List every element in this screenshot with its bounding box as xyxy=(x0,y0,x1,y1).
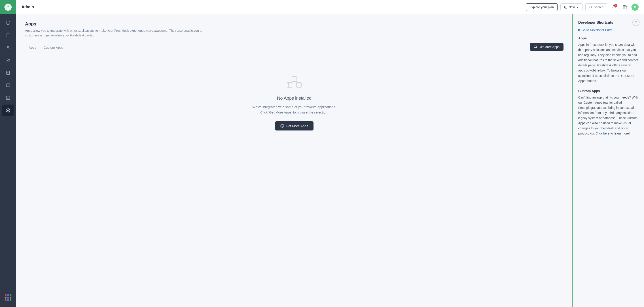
topbar: Admin Explore your plan New xyxy=(16,0,644,14)
store-center-icon xyxy=(280,124,284,128)
notifications-button[interactable]: 1 xyxy=(610,3,618,11)
custom-apps-info-section: Custom Apps Can't find an app that fits … xyxy=(578,89,639,136)
apps-info-title: Apps xyxy=(578,36,639,40)
svg-point-5 xyxy=(7,59,8,60)
get-more-apps-tab-button[interactable]: Get More Apps xyxy=(530,43,564,51)
svg-text:f: f xyxy=(8,5,9,9)
shortcuts-title: Developer Shortcuts xyxy=(578,20,639,24)
svg-point-10 xyxy=(590,6,592,8)
svg-rect-14 xyxy=(287,82,292,87)
svg-rect-15 xyxy=(296,82,302,87)
svg-rect-13 xyxy=(534,46,537,48)
sidebar-item-tickets[interactable] xyxy=(2,29,14,41)
notification-badge: 1 xyxy=(614,4,617,7)
get-more-apps-main-button[interactable]: Get More Apps xyxy=(275,121,314,130)
svg-rect-3 xyxy=(6,34,10,37)
sidebar-nav xyxy=(2,14,14,292)
svg-point-8 xyxy=(8,110,9,111)
store-icon xyxy=(534,45,537,48)
sidebar-item-settings[interactable] xyxy=(2,105,14,116)
sidebar-item-contacts[interactable] xyxy=(2,42,14,54)
bullet-icon xyxy=(578,29,580,31)
apps-grid-button[interactable] xyxy=(2,292,14,304)
chevron-down-icon xyxy=(576,6,579,8)
svg-rect-16 xyxy=(292,77,297,81)
help-button[interactable]: ? xyxy=(632,19,640,26)
sidebar-item-reports[interactable] xyxy=(2,92,14,104)
logo[interactable]: f xyxy=(0,0,16,14)
tab-apps[interactable]: Apps xyxy=(25,43,40,52)
sidebar: f xyxy=(0,0,16,307)
svg-point-6 xyxy=(8,59,10,60)
new-button[interactable]: New xyxy=(560,3,583,11)
apps-info-section: Apps Apps in Freshdesk let you share dat… xyxy=(578,36,639,84)
page-header: Apps Apps allow you to integrate with ot… xyxy=(25,21,564,38)
empty-state-title: No Apps installed xyxy=(277,96,312,101)
custom-apps-info-text: Can't find an app that fits your needs? … xyxy=(578,95,639,136)
avatar[interactable]: S xyxy=(632,3,639,11)
page-description: Apps allow you to integrate with other a… xyxy=(25,28,204,38)
sidebar-bottom xyxy=(2,292,14,307)
topbar-actions: Explore your plan New xyxy=(526,3,639,11)
search-button[interactable]: Search xyxy=(586,3,607,11)
sidebar-item-chat[interactable] xyxy=(2,79,14,91)
apps-info-text: Apps in Freshdesk let you share data wit… xyxy=(578,42,639,84)
svg-rect-17 xyxy=(281,125,284,127)
empty-state: No Apps installed We've integrated with … xyxy=(25,59,564,139)
search-icon xyxy=(589,5,592,9)
svg-point-4 xyxy=(8,46,9,48)
main-content: Apps Apps allow you to integrate with ot… xyxy=(16,14,572,307)
developer-portal-link[interactable]: Go to Developer Portal xyxy=(578,28,639,32)
tabs-action: Get More Apps xyxy=(530,43,564,51)
custom-apps-info-title: Custom Apps xyxy=(578,89,639,93)
plus-icon xyxy=(564,5,567,9)
main-area: Admin Explore your plan New xyxy=(16,0,644,307)
topbar-title: Admin xyxy=(22,5,526,9)
right-sidebar: ? Developer Shortcuts Go to Developer Po… xyxy=(572,14,644,307)
empty-state-icon xyxy=(285,73,303,91)
gift-button[interactable] xyxy=(621,3,629,11)
tab-custom-apps[interactable]: Custom Apps xyxy=(40,43,67,52)
empty-state-description: We've integrated with some of your favor… xyxy=(252,104,336,115)
sidebar-item-home[interactable] xyxy=(2,17,14,28)
page-title: Apps xyxy=(25,21,564,26)
gift-icon xyxy=(622,5,627,9)
explore-plan-button[interactable]: Explore your plan xyxy=(526,3,558,11)
content-area: Apps Apps allow you to integrate with ot… xyxy=(16,14,644,307)
custom-apps-learn-more-link[interactable]: here xyxy=(603,132,610,135)
sidebar-item-knowledge[interactable] xyxy=(2,67,14,79)
sidebar-item-teams[interactable] xyxy=(2,54,14,66)
tabs-bar: Apps Custom Apps Get More Apps xyxy=(25,43,564,52)
